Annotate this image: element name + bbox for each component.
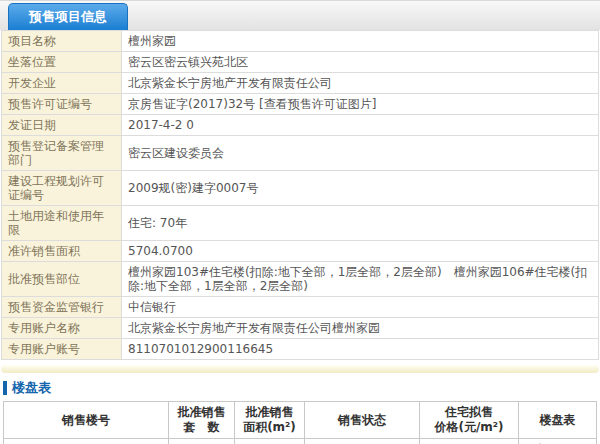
building-table-header-row: 销售楼号批准销售套 数批准销售面积(m²)销售状态住宅拟售价格(元/m²)楼盘表 xyxy=(4,402,597,439)
field-value-text: 京房售证字(2017)32号 xyxy=(128,97,255,111)
building-table-row: 檀州家园103#住宅楼122850.982017-4-2开盘20362.96查看… xyxy=(4,439,597,444)
field-value: 5704.0700 xyxy=(122,241,599,262)
field-value: 京房售证字(2017)32号 [查看预售许可证图片] xyxy=(122,94,599,115)
field-label: 专用账户账号 xyxy=(2,339,122,360)
building-table-column-header: 住宅拟售价格(元/m²) xyxy=(420,402,519,439)
view-permit-image-link[interactable]: [查看预售许可证图片] xyxy=(255,97,376,111)
field-value-text: 北京紫金长宁房地产开发有限责任公司檀州家园 xyxy=(128,321,380,335)
field-value: 北京紫金长宁房地产开发有限责任公司 xyxy=(122,73,599,94)
info-row: 专用账户名称北京紫金长宁房地产开发有限责任公司檀州家园 xyxy=(2,318,599,339)
field-label: 项目名称 xyxy=(2,31,122,52)
field-value-text: 中信银行 xyxy=(128,300,176,314)
field-label: 开发企业 xyxy=(2,73,122,94)
building-table: 销售楼号批准销售套 数批准销售面积(m²)销售状态住宅拟售价格(元/m²)楼盘表… xyxy=(3,401,597,444)
presale-info-table: 项目名称檀州家园坐落位置密云区密云镇兴苑北区开发企业北京紫金长宁房地产开发有限责… xyxy=(1,30,599,360)
building-table-column-header: 楼盘表 xyxy=(519,402,597,439)
field-label: 准许销售面积 xyxy=(2,241,122,262)
tab-presale-project-info[interactable]: 预售项目信息 xyxy=(8,3,128,30)
building-table-body: 檀州家园103#住宅楼122850.982017-4-2开盘20362.96查看… xyxy=(4,439,597,444)
field-value-text: 2017-4-2 0 xyxy=(128,118,194,132)
field-value: 密云区密云镇兴苑北区 xyxy=(122,52,599,73)
building-table-column-header: 批准销售面积(m²) xyxy=(235,402,305,439)
building-table-head: 销售楼号批准销售套 数批准销售面积(m²)销售状态住宅拟售价格(元/m²)楼盘表 xyxy=(4,402,597,439)
field-label: 预售资金监管银行 xyxy=(2,297,122,318)
building-table-column-header: 销售楼号 xyxy=(4,402,169,439)
field-value-text: 住宅: 70年 xyxy=(128,216,187,230)
info-row: 专用账户账号8110701012900116645 xyxy=(2,339,599,360)
field-label: 预售许可证编号 xyxy=(2,94,122,115)
field-value: 住宅: 70年 xyxy=(122,206,599,241)
info-row: 坐落位置密云区密云镇兴苑北区 xyxy=(2,52,599,73)
field-value: 2009规(密)建字0007号 xyxy=(122,171,599,206)
field-value-text: 2009规(密)建字0007号 xyxy=(128,181,258,195)
field-value: 2017-4-2 0 xyxy=(122,115,599,136)
info-row: 项目名称檀州家园 xyxy=(2,31,599,52)
field-value-text: 密云区建设委员会 xyxy=(128,146,224,160)
field-value: 檀州家园103#住宅楼(扣除:地下全部，1层全部，2层全部) 檀州家园106#住… xyxy=(122,262,599,297)
field-value: 8110701012900116645 xyxy=(122,339,599,360)
info-row: 批准预售部位檀州家园103#住宅楼(扣除:地下全部，1层全部，2层全部) 檀州家… xyxy=(2,262,599,297)
building-table-section-title: 楼盘表 xyxy=(3,381,600,395)
building-table-column-header: 销售状态 xyxy=(305,402,420,439)
field-label: 土地用途和使用年限 xyxy=(2,206,122,241)
info-row: 预售资金监管银行中信银行 xyxy=(2,297,599,318)
field-label: 建设工程规划许可证编号 xyxy=(2,171,122,206)
field-value-text: 檀州家园 xyxy=(128,34,176,48)
field-label: 坐落位置 xyxy=(2,52,122,73)
building-table-cell: 檀州家园103#住宅楼 xyxy=(4,439,169,444)
field-value-text: 北京紫金长宁房地产开发有限责任公司 xyxy=(128,76,332,90)
field-label: 批准预售部位 xyxy=(2,262,122,297)
view-info-link[interactable]: 查看信息 xyxy=(519,439,597,444)
info-row: 建设工程规划许可证编号2009规(密)建字0007号 xyxy=(2,171,599,206)
field-value: 密云区建设委员会 xyxy=(122,136,599,171)
info-row: 准许销售面积5704.0700 xyxy=(2,241,599,262)
building-table-cell: 2017-4-2开盘 xyxy=(305,439,420,444)
info-table-body: 项目名称檀州家园坐落位置密云区密云镇兴苑北区开发企业北京紫金长宁房地产开发有限责… xyxy=(2,31,599,360)
building-table-cell: 12 xyxy=(169,439,235,444)
field-value-text: 檀州家园103#住宅楼(扣除:地下全部，1层全部，2层全部) 檀州家园106#住… xyxy=(128,265,587,293)
info-row: 预售许可证编号京房售证字(2017)32号 [查看预售许可证图片] xyxy=(2,94,599,115)
field-value: 檀州家园 xyxy=(122,31,599,52)
field-value-text: 8110701012900116645 xyxy=(128,342,273,356)
building-table-cell: 20362.96 xyxy=(420,439,519,444)
field-value-text: 密云区密云镇兴苑北区 xyxy=(128,55,248,69)
field-label: 专用账户名称 xyxy=(2,318,122,339)
field-label: 预售登记备案管理部门 xyxy=(2,136,122,171)
top-tab-bar: 预售项目信息 xyxy=(0,0,600,30)
field-value-text: 5704.0700 xyxy=(128,244,193,258)
info-row: 土地用途和使用年限住宅: 70年 xyxy=(2,206,599,241)
field-value: 北京紫金长宁房地产开发有限责任公司檀州家园 xyxy=(122,318,599,339)
section-divider xyxy=(1,365,599,373)
building-table-cell: 2850.98 xyxy=(235,439,305,444)
field-label: 发证日期 xyxy=(2,115,122,136)
info-row: 预售登记备案管理部门密云区建设委员会 xyxy=(2,136,599,171)
building-table-column-header: 批准销售套 数 xyxy=(169,402,235,439)
field-value: 中信银行 xyxy=(122,297,599,318)
info-row: 发证日期2017-4-2 0 xyxy=(2,115,599,136)
info-row: 开发企业北京紫金长宁房地产开发有限责任公司 xyxy=(2,73,599,94)
